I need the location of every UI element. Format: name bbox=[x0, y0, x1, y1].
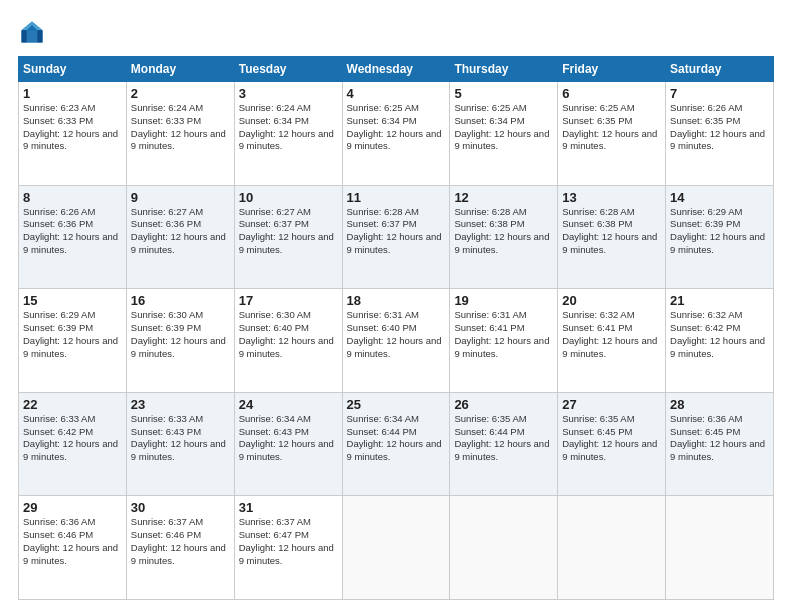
calendar-cell: 19Sunrise: 6:31 AMSunset: 6:41 PMDayligh… bbox=[450, 289, 558, 393]
calendar: SundayMondayTuesdayWednesdayThursdayFrid… bbox=[18, 56, 774, 600]
calendar-cell: 30Sunrise: 6:37 AMSunset: 6:46 PMDayligh… bbox=[126, 496, 234, 600]
calendar-cell: 21Sunrise: 6:32 AMSunset: 6:42 PMDayligh… bbox=[666, 289, 774, 393]
calendar-cell: 2Sunrise: 6:24 AMSunset: 6:33 PMDaylight… bbox=[126, 82, 234, 186]
day-info: Sunrise: 6:30 AMSunset: 6:40 PMDaylight:… bbox=[239, 309, 338, 360]
calendar-cell bbox=[450, 496, 558, 600]
day-header-thursday: Thursday bbox=[450, 57, 558, 82]
day-number: 22 bbox=[23, 397, 122, 412]
day-info: Sunrise: 6:25 AMSunset: 6:35 PMDaylight:… bbox=[562, 102, 661, 153]
day-header-saturday: Saturday bbox=[666, 57, 774, 82]
day-info: Sunrise: 6:25 AMSunset: 6:34 PMDaylight:… bbox=[454, 102, 553, 153]
calendar-week-row: 1Sunrise: 6:23 AMSunset: 6:33 PMDaylight… bbox=[19, 82, 774, 186]
calendar-cell: 8Sunrise: 6:26 AMSunset: 6:36 PMDaylight… bbox=[19, 185, 127, 289]
day-number: 17 bbox=[239, 293, 338, 308]
calendar-cell: 27Sunrise: 6:35 AMSunset: 6:45 PMDayligh… bbox=[558, 392, 666, 496]
day-info: Sunrise: 6:32 AMSunset: 6:42 PMDaylight:… bbox=[670, 309, 769, 360]
day-info: Sunrise: 6:23 AMSunset: 6:33 PMDaylight:… bbox=[23, 102, 122, 153]
calendar-cell: 20Sunrise: 6:32 AMSunset: 6:41 PMDayligh… bbox=[558, 289, 666, 393]
calendar-week-row: 8Sunrise: 6:26 AMSunset: 6:36 PMDaylight… bbox=[19, 185, 774, 289]
calendar-header-row: SundayMondayTuesdayWednesdayThursdayFrid… bbox=[19, 57, 774, 82]
day-info: Sunrise: 6:31 AMSunset: 6:40 PMDaylight:… bbox=[347, 309, 446, 360]
logo bbox=[18, 18, 50, 46]
calendar-cell: 4Sunrise: 6:25 AMSunset: 6:34 PMDaylight… bbox=[342, 82, 450, 186]
day-number: 31 bbox=[239, 500, 338, 515]
calendar-cell: 17Sunrise: 6:30 AMSunset: 6:40 PMDayligh… bbox=[234, 289, 342, 393]
calendar-cell: 5Sunrise: 6:25 AMSunset: 6:34 PMDaylight… bbox=[450, 82, 558, 186]
calendar-cell bbox=[342, 496, 450, 600]
day-info: Sunrise: 6:37 AMSunset: 6:47 PMDaylight:… bbox=[239, 516, 338, 567]
day-header-sunday: Sunday bbox=[19, 57, 127, 82]
day-number: 25 bbox=[347, 397, 446, 412]
day-info: Sunrise: 6:27 AMSunset: 6:36 PMDaylight:… bbox=[131, 206, 230, 257]
day-info: Sunrise: 6:32 AMSunset: 6:41 PMDaylight:… bbox=[562, 309, 661, 360]
day-info: Sunrise: 6:24 AMSunset: 6:34 PMDaylight:… bbox=[239, 102, 338, 153]
day-info: Sunrise: 6:35 AMSunset: 6:45 PMDaylight:… bbox=[562, 413, 661, 464]
calendar-cell: 23Sunrise: 6:33 AMSunset: 6:43 PMDayligh… bbox=[126, 392, 234, 496]
day-number: 9 bbox=[131, 190, 230, 205]
calendar-cell: 31Sunrise: 6:37 AMSunset: 6:47 PMDayligh… bbox=[234, 496, 342, 600]
day-header-monday: Monday bbox=[126, 57, 234, 82]
calendar-cell: 24Sunrise: 6:34 AMSunset: 6:43 PMDayligh… bbox=[234, 392, 342, 496]
calendar-week-row: 29Sunrise: 6:36 AMSunset: 6:46 PMDayligh… bbox=[19, 496, 774, 600]
day-header-friday: Friday bbox=[558, 57, 666, 82]
day-info: Sunrise: 6:33 AMSunset: 6:43 PMDaylight:… bbox=[131, 413, 230, 464]
calendar-cell bbox=[558, 496, 666, 600]
calendar-cell: 6Sunrise: 6:25 AMSunset: 6:35 PMDaylight… bbox=[558, 82, 666, 186]
day-number: 2 bbox=[131, 86, 230, 101]
header bbox=[18, 18, 774, 46]
calendar-cell: 25Sunrise: 6:34 AMSunset: 6:44 PMDayligh… bbox=[342, 392, 450, 496]
day-info: Sunrise: 6:28 AMSunset: 6:37 PMDaylight:… bbox=[347, 206, 446, 257]
calendar-cell: 9Sunrise: 6:27 AMSunset: 6:36 PMDaylight… bbox=[126, 185, 234, 289]
day-info: Sunrise: 6:35 AMSunset: 6:44 PMDaylight:… bbox=[454, 413, 553, 464]
day-number: 13 bbox=[562, 190, 661, 205]
calendar-cell: 29Sunrise: 6:36 AMSunset: 6:46 PMDayligh… bbox=[19, 496, 127, 600]
calendar-cell: 14Sunrise: 6:29 AMSunset: 6:39 PMDayligh… bbox=[666, 185, 774, 289]
day-info: Sunrise: 6:36 AMSunset: 6:46 PMDaylight:… bbox=[23, 516, 122, 567]
calendar-week-row: 15Sunrise: 6:29 AMSunset: 6:39 PMDayligh… bbox=[19, 289, 774, 393]
calendar-cell: 13Sunrise: 6:28 AMSunset: 6:38 PMDayligh… bbox=[558, 185, 666, 289]
day-info: Sunrise: 6:28 AMSunset: 6:38 PMDaylight:… bbox=[562, 206, 661, 257]
day-number: 15 bbox=[23, 293, 122, 308]
day-number: 7 bbox=[670, 86, 769, 101]
day-number: 10 bbox=[239, 190, 338, 205]
calendar-cell: 1Sunrise: 6:23 AMSunset: 6:33 PMDaylight… bbox=[19, 82, 127, 186]
calendar-cell bbox=[666, 496, 774, 600]
day-number: 27 bbox=[562, 397, 661, 412]
day-number: 21 bbox=[670, 293, 769, 308]
day-info: Sunrise: 6:29 AMSunset: 6:39 PMDaylight:… bbox=[670, 206, 769, 257]
day-info: Sunrise: 6:34 AMSunset: 6:44 PMDaylight:… bbox=[347, 413, 446, 464]
day-info: Sunrise: 6:33 AMSunset: 6:42 PMDaylight:… bbox=[23, 413, 122, 464]
day-number: 14 bbox=[670, 190, 769, 205]
day-number: 6 bbox=[562, 86, 661, 101]
day-header-tuesday: Tuesday bbox=[234, 57, 342, 82]
calendar-cell: 10Sunrise: 6:27 AMSunset: 6:37 PMDayligh… bbox=[234, 185, 342, 289]
day-info: Sunrise: 6:37 AMSunset: 6:46 PMDaylight:… bbox=[131, 516, 230, 567]
calendar-cell: 3Sunrise: 6:24 AMSunset: 6:34 PMDaylight… bbox=[234, 82, 342, 186]
day-number: 30 bbox=[131, 500, 230, 515]
day-number: 19 bbox=[454, 293, 553, 308]
day-info: Sunrise: 6:31 AMSunset: 6:41 PMDaylight:… bbox=[454, 309, 553, 360]
day-number: 4 bbox=[347, 86, 446, 101]
day-number: 5 bbox=[454, 86, 553, 101]
calendar-cell: 11Sunrise: 6:28 AMSunset: 6:37 PMDayligh… bbox=[342, 185, 450, 289]
svg-marker-4 bbox=[27, 30, 38, 42]
calendar-cell: 7Sunrise: 6:26 AMSunset: 6:35 PMDaylight… bbox=[666, 82, 774, 186]
day-info: Sunrise: 6:26 AMSunset: 6:35 PMDaylight:… bbox=[670, 102, 769, 153]
day-number: 24 bbox=[239, 397, 338, 412]
day-number: 12 bbox=[454, 190, 553, 205]
calendar-cell: 26Sunrise: 6:35 AMSunset: 6:44 PMDayligh… bbox=[450, 392, 558, 496]
day-info: Sunrise: 6:25 AMSunset: 6:34 PMDaylight:… bbox=[347, 102, 446, 153]
day-number: 28 bbox=[670, 397, 769, 412]
day-number: 29 bbox=[23, 500, 122, 515]
calendar-week-row: 22Sunrise: 6:33 AMSunset: 6:42 PMDayligh… bbox=[19, 392, 774, 496]
svg-marker-3 bbox=[22, 30, 27, 42]
day-number: 26 bbox=[454, 397, 553, 412]
day-info: Sunrise: 6:30 AMSunset: 6:39 PMDaylight:… bbox=[131, 309, 230, 360]
day-number: 20 bbox=[562, 293, 661, 308]
day-info: Sunrise: 6:28 AMSunset: 6:38 PMDaylight:… bbox=[454, 206, 553, 257]
day-number: 11 bbox=[347, 190, 446, 205]
day-number: 16 bbox=[131, 293, 230, 308]
calendar-cell: 15Sunrise: 6:29 AMSunset: 6:39 PMDayligh… bbox=[19, 289, 127, 393]
day-number: 23 bbox=[131, 397, 230, 412]
day-number: 18 bbox=[347, 293, 446, 308]
